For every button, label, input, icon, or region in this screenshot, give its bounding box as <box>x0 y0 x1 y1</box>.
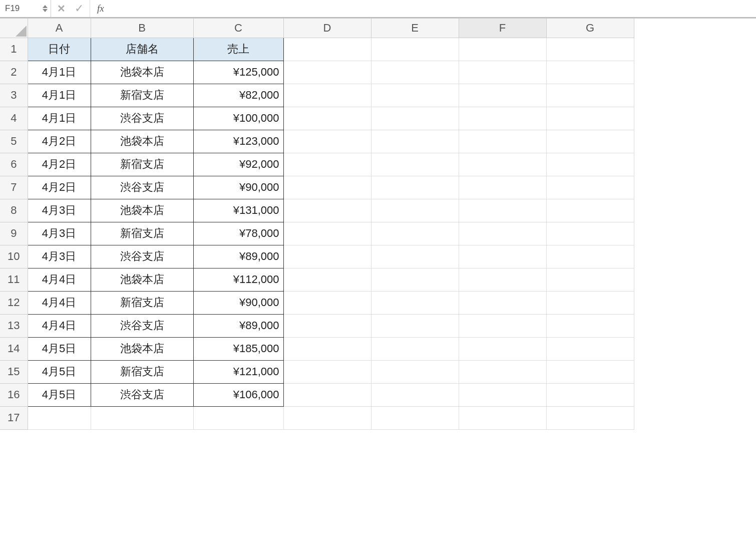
cell-F9[interactable] <box>459 222 546 245</box>
cell-G1[interactable] <box>546 38 634 61</box>
cell-E17[interactable] <box>371 406 459 429</box>
cell-A15[interactable]: 4月5日 <box>28 360 91 383</box>
cell-E15[interactable] <box>371 360 459 383</box>
cell-F8[interactable] <box>459 199 546 222</box>
cell-G4[interactable] <box>546 107 634 130</box>
cell-F2[interactable] <box>459 61 546 84</box>
cell-G7[interactable] <box>546 176 634 199</box>
cell-B17[interactable] <box>91 406 193 429</box>
name-box[interactable]: F19 <box>0 0 51 17</box>
cell-B11[interactable]: 池袋本店 <box>91 268 193 291</box>
cell-G12[interactable] <box>546 291 634 314</box>
select-all-corner[interactable] <box>0 19 28 38</box>
cell-B13[interactable]: 渋谷支店 <box>91 314 193 337</box>
cell-B7[interactable]: 渋谷支店 <box>91 176 193 199</box>
cell-C17[interactable] <box>193 406 283 429</box>
cell-D11[interactable] <box>283 268 371 291</box>
cell-F13[interactable] <box>459 314 546 337</box>
cell-F12[interactable] <box>459 291 546 314</box>
cell-B9[interactable]: 新宿支店 <box>91 222 193 245</box>
cell-E3[interactable] <box>371 84 459 107</box>
row-header-4[interactable]: 4 <box>0 107 28 130</box>
cell-F11[interactable] <box>459 268 546 291</box>
row-header-8[interactable]: 8 <box>0 199 28 222</box>
row-header-16[interactable]: 16 <box>0 383 28 406</box>
cell-G17[interactable] <box>546 406 634 429</box>
col-header-E[interactable]: E <box>371 19 459 38</box>
row-header-14[interactable]: 14 <box>0 337 28 360</box>
cell-D17[interactable] <box>283 406 371 429</box>
cell-E7[interactable] <box>371 176 459 199</box>
cell-F5[interactable] <box>459 130 546 153</box>
row-header-9[interactable]: 9 <box>0 222 28 245</box>
cell-E5[interactable] <box>371 130 459 153</box>
cell-D6[interactable] <box>283 153 371 176</box>
cell-D4[interactable] <box>283 107 371 130</box>
cell-A7[interactable]: 4月2日 <box>28 176 91 199</box>
row-header-7[interactable]: 7 <box>0 176 28 199</box>
row-header-5[interactable]: 5 <box>0 130 28 153</box>
row-header-2[interactable]: 2 <box>0 61 28 84</box>
cell-G13[interactable] <box>546 314 634 337</box>
cell-C1[interactable]: 売上 <box>193 38 283 61</box>
cell-F10[interactable] <box>459 245 546 268</box>
cell-C4[interactable]: ¥100,000 <box>193 107 283 130</box>
cell-B6[interactable]: 新宿支店 <box>91 153 193 176</box>
cell-B12[interactable]: 新宿支店 <box>91 291 193 314</box>
cell-B3[interactable]: 新宿支店 <box>91 84 193 107</box>
cell-D8[interactable] <box>283 199 371 222</box>
cell-G11[interactable] <box>546 268 634 291</box>
cell-E2[interactable] <box>371 61 459 84</box>
cell-B8[interactable]: 池袋本店 <box>91 199 193 222</box>
cell-B14[interactable]: 池袋本店 <box>91 337 193 360</box>
cell-F6[interactable] <box>459 153 546 176</box>
row-header-12[interactable]: 12 <box>0 291 28 314</box>
cell-A12[interactable]: 4月4日 <box>28 291 91 314</box>
cell-C7[interactable]: ¥90,000 <box>193 176 283 199</box>
cell-D13[interactable] <box>283 314 371 337</box>
cell-E1[interactable] <box>371 38 459 61</box>
cell-F15[interactable] <box>459 360 546 383</box>
cell-D9[interactable] <box>283 222 371 245</box>
cell-E12[interactable] <box>371 291 459 314</box>
cell-D10[interactable] <box>283 245 371 268</box>
cell-C15[interactable]: ¥121,000 <box>193 360 283 383</box>
cell-A8[interactable]: 4月3日 <box>28 199 91 222</box>
cell-G14[interactable] <box>546 337 634 360</box>
cell-B10[interactable]: 渋谷支店 <box>91 245 193 268</box>
row-header-13[interactable]: 13 <box>0 314 28 337</box>
cell-C5[interactable]: ¥123,000 <box>193 130 283 153</box>
cell-C14[interactable]: ¥185,000 <box>193 337 283 360</box>
cell-C10[interactable]: ¥89,000 <box>193 245 283 268</box>
cell-E16[interactable] <box>371 383 459 406</box>
cell-F4[interactable] <box>459 107 546 130</box>
cell-E10[interactable] <box>371 245 459 268</box>
cell-B16[interactable]: 渋谷支店 <box>91 383 193 406</box>
cell-C3[interactable]: ¥82,000 <box>193 84 283 107</box>
formula-input[interactable] <box>108 0 756 17</box>
cell-E9[interactable] <box>371 222 459 245</box>
cell-D14[interactable] <box>283 337 371 360</box>
cell-G6[interactable] <box>546 153 634 176</box>
cell-A13[interactable]: 4月4日 <box>28 314 91 337</box>
cell-A4[interactable]: 4月1日 <box>28 107 91 130</box>
row-header-6[interactable]: 6 <box>0 153 28 176</box>
col-header-A[interactable]: A <box>28 19 91 38</box>
cell-A5[interactable]: 4月2日 <box>28 130 91 153</box>
cell-C8[interactable]: ¥131,000 <box>193 199 283 222</box>
cell-E13[interactable] <box>371 314 459 337</box>
cell-B2[interactable]: 池袋本店 <box>91 61 193 84</box>
cell-F14[interactable] <box>459 337 546 360</box>
cell-D5[interactable] <box>283 130 371 153</box>
row-header-1[interactable]: 1 <box>0 38 28 61</box>
cell-A17[interactable] <box>28 406 91 429</box>
cell-E14[interactable] <box>371 337 459 360</box>
cell-G5[interactable] <box>546 130 634 153</box>
cell-C6[interactable]: ¥92,000 <box>193 153 283 176</box>
cell-C13[interactable]: ¥89,000 <box>193 314 283 337</box>
cell-E6[interactable] <box>371 153 459 176</box>
cell-G8[interactable] <box>546 199 634 222</box>
cell-G10[interactable] <box>546 245 634 268</box>
row-header-15[interactable]: 15 <box>0 360 28 383</box>
cell-G9[interactable] <box>546 222 634 245</box>
